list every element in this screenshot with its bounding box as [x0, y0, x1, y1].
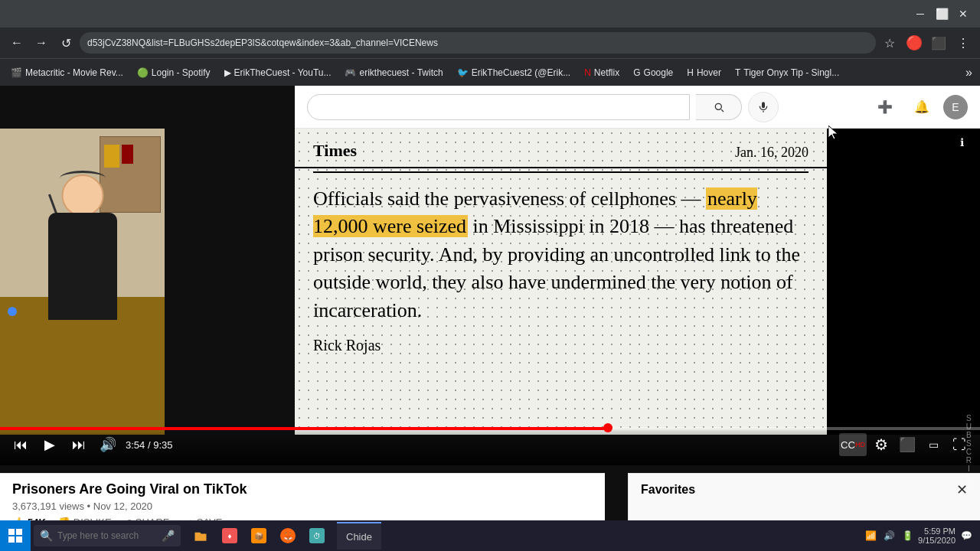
clock[interactable]: 5:59 PM 9/15/2020: [918, 527, 956, 545]
webcam-overlay: [0, 129, 165, 435]
search-bar[interactable]: [307, 94, 690, 120]
time-display: 3:54 / 9:35: [126, 439, 172, 451]
video-title: Prisoners Are Going Viral on TikTok: [12, 481, 593, 497]
extension-icon-1[interactable]: 🔴: [903, 32, 925, 54]
favorites-header: Favorites ✕: [641, 481, 968, 498]
app-2[interactable]: ♦: [216, 522, 243, 549]
bookmark-google[interactable]: G Google: [627, 64, 679, 81]
start-button[interactable]: [0, 520, 31, 551]
clock-time: 5:59 PM: [924, 527, 956, 536]
bookmark-metacritic[interactable]: 🎬 Metacritic - Movie Rev...: [5, 64, 129, 81]
browser-titlebar: ─ ⬜ ✕: [0, 0, 980, 28]
header-right: ➕ 🔔 E: [870, 92, 968, 122]
network-icon[interactable]: 📶: [863, 528, 878, 543]
taskbar-apps: ♦ 📦 🦊 ⏱: [184, 522, 334, 549]
cortana-icon: 🎤: [162, 530, 175, 542]
clock-date: 9/15/2020: [918, 536, 956, 545]
firefox-icon: 🦊: [280, 528, 296, 543]
bookmark-hover[interactable]: H Hover: [681, 64, 727, 81]
volume-sys-icon[interactable]: 🔊: [881, 528, 897, 543]
youtube-header: ➕ 🔔 E: [295, 86, 980, 129]
create-button[interactable]: ➕: [870, 92, 900, 122]
bookmark-tiger[interactable]: T Tiger Onyx Tip - Singl...: [729, 64, 845, 81]
app-3[interactable]: 📦: [245, 522, 273, 549]
article-author: Rick Rojas: [313, 337, 808, 354]
shelf-item-2: [122, 145, 133, 164]
folder-icon: [193, 528, 208, 543]
highlighted-text: nearly 12,000 were seized: [313, 187, 757, 237]
bookmark-youtube1[interactable]: ▶ ErikTheCuest - YouTu...: [218, 64, 338, 81]
forward-button[interactable]: →: [31, 32, 52, 54]
svg-rect-5: [16, 536, 22, 543]
cc-button[interactable]: CC HD: [839, 433, 867, 456]
subscribe-watermark: SUBSCRIBE: [966, 414, 972, 490]
back-button[interactable]: ←: [6, 32, 28, 54]
refresh-button[interactable]: ↺: [55, 32, 77, 54]
newspaper-header: Times Jan. 16, 2020: [295, 129, 827, 168]
mic-icon: [757, 101, 769, 113]
bookmark-twitter[interactable]: 🐦 ErikTheCuest2 (@Erik...: [451, 64, 577, 81]
meta-separator: •: [87, 500, 93, 512]
bookmark-label: Google: [644, 67, 674, 78]
app-icon-3: 📦: [251, 528, 266, 543]
shelf-item-1: [104, 145, 119, 168]
svg-rect-3: [16, 529, 22, 535]
publish-date: Nov 12, 2020: [93, 500, 152, 512]
search-icon: [713, 101, 725, 113]
theater-mode-button[interactable]: ⬛: [896, 433, 919, 456]
metacritic-icon: 🎬: [11, 67, 22, 78]
blue-dot: [8, 307, 17, 316]
app-icon-2: ♦: [222, 528, 237, 543]
bookmark-label: Hover: [697, 67, 721, 78]
video-controls: ⏮ ▶ ⏭ 🔊 3:54 / 9:35 CC HD ⚙ ⬛ ▭ ⛶: [0, 427, 980, 465]
bookmark-label: Login - Spotify: [152, 67, 211, 78]
user-avatar[interactable]: E: [943, 95, 968, 119]
firefox-app[interactable]: 🦊: [274, 522, 302, 549]
favorites-title: Favorites: [641, 483, 695, 497]
skip-forward-button[interactable]: ⏭: [67, 433, 90, 456]
miniplayer-button[interactable]: ▭: [922, 433, 945, 456]
settings-button[interactable]: ⚙: [870, 433, 893, 456]
bookmark-label: Tiger Onyx Tip - Singl...: [743, 67, 839, 78]
bookmark-label: Netflix: [594, 67, 619, 78]
app-5[interactable]: ⏱: [303, 522, 331, 549]
chide-taskbar-item[interactable]: Chide: [337, 522, 381, 549]
bookmark-spotify[interactable]: 🟢 Login - Spotify: [131, 64, 217, 81]
battery-icon[interactable]: 🔋: [900, 528, 915, 543]
play-pause-button[interactable]: ▶: [38, 433, 61, 456]
bookmark-twitch[interactable]: 🎮 erikthecuest - Twitch: [338, 64, 449, 81]
total-time: 9:35: [153, 439, 172, 451]
netflix-icon: N: [584, 67, 591, 78]
svg-rect-4: [8, 536, 15, 543]
svg-rect-2: [8, 529, 15, 535]
extension-icon-2[interactable]: ⬛: [928, 32, 949, 54]
view-count: 3,673,191 views: [12, 500, 84, 512]
file-explorer-app[interactable]: [187, 522, 214, 549]
chide-label: Chide: [346, 531, 372, 543]
twitch-icon: 🎮: [345, 67, 356, 78]
info-button[interactable]: ℹ: [951, 132, 972, 153]
skip-back-button[interactable]: ⏮: [9, 433, 32, 456]
more-bookmarks-button[interactable]: »: [962, 63, 975, 83]
menu-button[interactable]: ⋮: [952, 32, 974, 54]
video-right-bar: [827, 129, 980, 435]
browser-chrome: ─ ⬜ ✕ ← → ↺ d53jCvZ38NQ&list=FLBuGHSs2de…: [0, 0, 980, 86]
mic-button[interactable]: [748, 92, 779, 122]
volume-button[interactable]: 🔊: [96, 433, 119, 456]
taskbar-right: 📶 🔊 🔋 5:59 PM 9/15/2020 💬: [863, 527, 980, 545]
notification-center-icon[interactable]: 💬: [959, 528, 974, 543]
search-button[interactable]: [696, 94, 742, 120]
url-text: d53jCvZ38NQ&list=FLBuGHSs2depEP3lS&cotqe…: [87, 37, 438, 48]
close-button[interactable]: ✕: [952, 3, 974, 24]
notifications-button[interactable]: 🔔: [906, 92, 937, 122]
progress-fill: [0, 427, 608, 430]
maximize-button[interactable]: ⬜: [931, 3, 952, 24]
taskbar-search-input[interactable]: [57, 530, 157, 541]
url-bar[interactable]: d53jCvZ38NQ&list=FLBuGHSs2depEP3lS&cotqe…: [80, 32, 876, 54]
taskbar-search-bar[interactable]: 🔍 🎤: [34, 525, 181, 546]
bookmark-star-icon[interactable]: ☆: [879, 32, 900, 54]
progress-bar[interactable]: [0, 427, 980, 430]
google-icon: G: [633, 67, 640, 78]
minimize-button[interactable]: ─: [910, 3, 931, 24]
bookmark-netflix[interactable]: N Netflix: [578, 64, 626, 81]
